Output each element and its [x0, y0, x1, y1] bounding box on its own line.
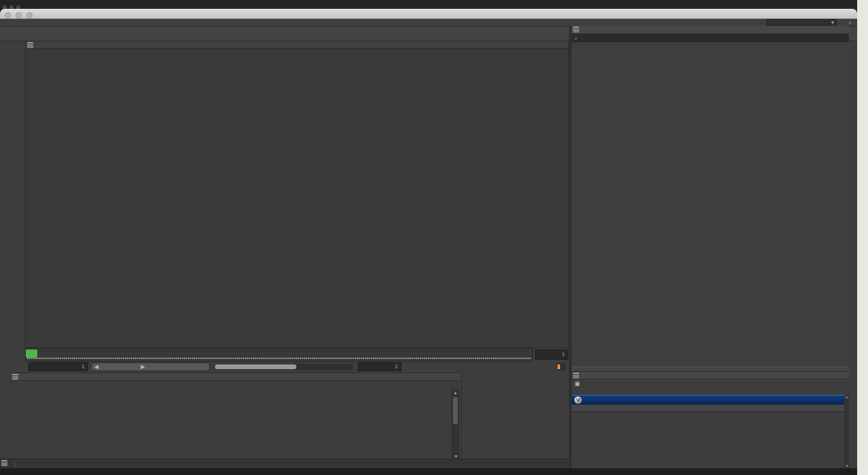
attribute-scrollbar[interactable]: ▲▼	[844, 395, 849, 468]
current-frame-field[interactable]: ⇕	[535, 349, 568, 360]
status-bar: |	[0, 459, 572, 468]
max-frame-field[interactable]: ⇕	[358, 362, 401, 371]
panel-menu-icon[interactable]	[12, 374, 18, 380]
panel-menu-icon[interactable]	[1, 460, 7, 466]
playback-rate-slider[interactable]	[556, 363, 566, 370]
start-frame-field[interactable]: ⇕	[28, 362, 88, 371]
vray-logo-icon: V	[574, 396, 582, 404]
vray-banner: V	[572, 395, 844, 404]
attribute-object-row: ▣	[572, 379, 849, 387]
render-view[interactable]	[26, 49, 568, 348]
object-search-bar[interactable]: ⌕	[572, 34, 849, 42]
animation-toolbar: ⇕ ◀ ▶ ⇕	[25, 362, 569, 373]
chevron-down-icon: ▾	[831, 20, 834, 26]
stepper-icon[interactable]: ⇕	[394, 363, 399, 371]
panel-menu-icon[interactable]	[573, 373, 579, 379]
object-manager-tree	[572, 42, 849, 366]
range-right-arrow-icon[interactable]: ▶	[140, 364, 144, 370]
material-manager: ▲▼	[11, 373, 461, 459]
stepper-icon[interactable]: ⇕	[81, 363, 85, 371]
screen: ▾ ⌕ ⇕ ⇕ ◀ ▶	[0, 0, 868, 475]
search-icon: ⌕	[574, 35, 578, 41]
application-window: ▾ ⌕ ⇕ ⇕ ◀ ▶	[0, 9, 857, 468]
panel-menu-icon[interactable]	[573, 26, 579, 33]
timeline-scrollbar-thumb[interactable]	[215, 364, 296, 369]
coordinates-panel	[461, 373, 572, 459]
close-window-button[interactable]	[5, 12, 11, 18]
sampling-section-header[interactable]	[572, 404, 844, 412]
range-left-arrow-icon[interactable]: ◀	[94, 364, 98, 370]
desktop-background	[0, 0, 857, 9]
timeline-playhead[interactable]	[26, 349, 37, 358]
panel-menu-icon[interactable]	[27, 42, 33, 48]
maxon-branding	[11, 382, 24, 457]
attribute-menu-bar	[572, 372, 849, 379]
viewport-menu-bar	[26, 41, 568, 49]
preview-range-bar[interactable]: ◀ ▶	[91, 362, 210, 371]
minimize-window-button[interactable]	[16, 12, 22, 18]
status-divider: |	[14, 461, 16, 467]
timeline-ruler[interactable]	[25, 348, 533, 362]
material-grid	[24, 390, 450, 459]
camera-object-icon: ▣	[574, 380, 580, 387]
material-menu-bar	[11, 373, 461, 381]
stepper-icon[interactable]: ⇕	[561, 350, 566, 359]
timeline-tickmarks	[27, 357, 531, 360]
viewport-panel[interactable]	[25, 41, 569, 348]
window-titlebar[interactable]	[0, 9, 857, 19]
material-scrollbar[interactable]: ▲▼	[452, 390, 459, 459]
zoom-window-button[interactable]	[26, 12, 33, 18]
desktop-background-right	[857, 0, 868, 475]
panel-splitter[interactable]	[572, 366, 849, 372]
attribute-manager: ▣ V ▲▼	[572, 372, 849, 468]
layout-select[interactable]: ▾	[766, 19, 837, 26]
timeline-scrollbar[interactable]	[214, 364, 353, 370]
object-manager-menu-bar	[572, 26, 849, 34]
